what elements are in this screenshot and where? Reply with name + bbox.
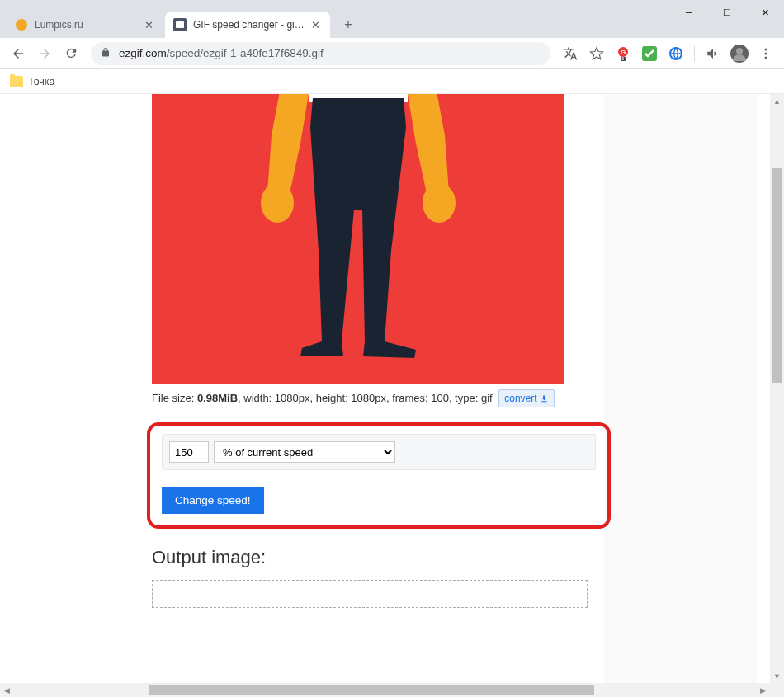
bookmark-label: Точка [28,76,55,87]
gif-preview [152,94,564,384]
close-icon[interactable]: ✕ [309,18,322,31]
output-heading: Output image: [152,547,589,568]
extension-globe-icon[interactable] [664,42,687,65]
scroll-corner [770,683,784,697]
output-placeholder [152,580,588,608]
svg-point-10 [736,48,743,54]
sidebar-area [604,94,757,688]
star-icon[interactable] [585,42,608,65]
horizontal-scroll-thumb[interactable] [149,685,594,695]
extension-check-icon[interactable] [638,42,661,65]
svg-text:5: 5 [622,56,625,61]
speed-controls: % of current speed [162,434,596,470]
horizontal-scrollbar[interactable]: ◀ ▶ [0,683,770,697]
forward-button[interactable] [33,42,56,65]
tab-title: Lumpics.ru [35,19,139,31]
file-info: File size: 0.98MiB, width: 1080px, heigh… [152,389,589,407]
tab-strip: Lumpics.ru ✕ GIF speed changer - gif-man… [0,8,784,38]
svg-point-12 [765,52,767,54]
scroll-down-arrow[interactable]: ▼ [770,669,784,683]
bookmark-folder[interactable]: Точка [10,76,55,87]
svg-rect-2 [176,21,184,28]
page-content: File size: 0.98MiB, width: 1080px, heigh… [0,94,784,697]
window-controls: ─ ☐ ✕ [670,0,784,33]
figure-illustration [226,94,490,384]
media-icon[interactable] [701,42,725,65]
file-info-rest: , width: 1080px, height: 1080px, frames:… [238,392,493,404]
close-icon[interactable]: ✕ [142,18,155,31]
url-domain: ezgif.com [119,47,167,59]
maximize-button[interactable]: ☐ [708,0,746,25]
download-icon [540,394,549,403]
browser-toolbar: ezgif.com/speed/ezgif-1-a49fe17f6849.gif… [0,38,784,69]
address-bar[interactable]: ezgif.com/speed/ezgif-1-a49fe17f6849.gif [91,42,550,65]
tab-title: GIF speed changer - gif-man-me [193,19,305,31]
profile-avatar[interactable] [728,42,751,65]
bookmarks-bar: Точка [0,69,784,94]
window-titlebar [0,0,784,8]
svg-point-11 [765,48,767,50]
svg-point-13 [765,56,767,59]
svg-text:G: G [621,49,626,56]
controls-highlight: % of current speed Change speed! [147,422,611,529]
svg-point-15 [261,183,294,223]
scroll-up-arrow[interactable]: ▲ [770,94,784,108]
extension-g-icon[interactable]: G5 [612,42,635,65]
translate-icon[interactable] [559,42,582,65]
speed-input[interactable] [169,441,209,463]
favicon-lumpics [15,18,28,31]
reload-button[interactable] [59,42,83,65]
change-speed-button[interactable]: Change speed! [162,487,264,514]
svg-point-16 [423,183,456,223]
close-window-button[interactable]: ✕ [746,0,784,25]
favicon-ezgif [173,18,187,31]
vertical-scroll-thumb[interactable] [772,168,782,383]
back-button[interactable] [7,42,30,65]
file-info-prefix: File size: [152,392,197,404]
new-tab-button[interactable]: + [337,13,360,36]
url-path: /speed/ezgif-1-a49fe17f6849.gif [167,47,324,59]
separator [694,45,695,62]
minimize-button[interactable]: ─ [670,0,708,25]
lock-icon [101,47,111,60]
speed-mode-select[interactable]: % of current speed [214,441,395,463]
scroll-left-arrow[interactable]: ◀ [0,683,14,697]
convert-button[interactable]: convert [498,389,554,407]
svg-point-0 [16,19,27,31]
tab-ezgif[interactable]: GIF speed changer - gif-man-me ✕ [165,12,330,38]
vertical-scrollbar[interactable]: ▲ ▼ [770,94,784,683]
menu-icon[interactable] [754,42,777,65]
file-size: 0.98MiB [197,392,238,404]
folder-icon [10,76,23,87]
tab-lumpics[interactable]: Lumpics.ru ✕ [7,12,163,38]
convert-label: convert [504,391,536,406]
scroll-right-arrow[interactable]: ▶ [756,683,770,697]
